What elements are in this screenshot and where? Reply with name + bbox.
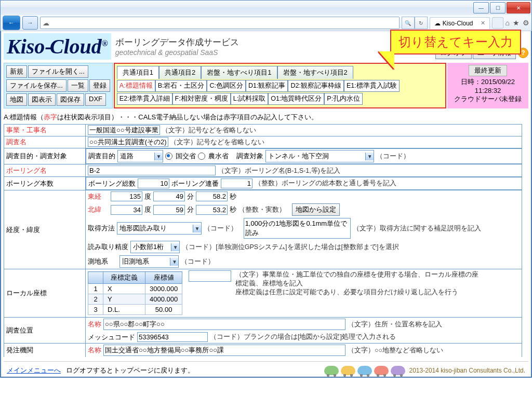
- cloud-register-status: クラウドサーバ未登録: [451, 94, 524, 104]
- register-button[interactable]: 登録: [89, 79, 110, 92]
- maximize-button[interactable]: ☐: [490, 2, 506, 13]
- service-tagline: ボーリングデータ作成サービス geotechnical & geospatial…: [115, 36, 239, 57]
- open-file-button[interactable]: ファイルを開く...: [28, 65, 88, 78]
- close-button[interactable]: ✕: [507, 2, 530, 13]
- subtab-o1[interactable]: O1:地質時代区分: [268, 93, 324, 105]
- tab-close-icon[interactable]: ✕: [481, 20, 485, 26]
- forward-button[interactable]: →: [22, 16, 38, 30]
- seq-label: ボーリング連番: [171, 179, 219, 188]
- favorites-icon[interactable]: ★: [513, 19, 520, 27]
- subtab-e1[interactable]: E1:標準貫入試験: [344, 80, 400, 92]
- address-bar[interactable]: ☁: [40, 17, 400, 29]
- input-east-deg[interactable]: 135: [111, 191, 142, 201]
- input-seq[interactable]: 1: [221, 179, 252, 188]
- top-tab-2[interactable]: 共通項目2: [159, 66, 201, 79]
- note-method: （文字）取得方法に関する補足説明を記入: [353, 224, 481, 233]
- footer-note: ログオフするとトップページに戻ります。: [66, 366, 194, 375]
- category-tab-panel: 共通項目1 共通項目2 岩盤・地すべり項目1 岩盤・地すべり項目2 A:標題情報…: [114, 63, 446, 108]
- back-button[interactable]: ←: [3, 16, 20, 30]
- note-local-coord: （文字）事業単位・施工単位での独自の座標を使用する場合、ローカル座標の座標定義、…: [235, 270, 480, 297]
- map-set-button[interactable]: 地図から設定: [292, 203, 340, 216]
- note-meshcode: （コード）ブランクの場合は[地図から設定]処理で入力される: [210, 333, 396, 341]
- input-north-min[interactable]: 59: [153, 205, 185, 215]
- browser-toolbar: ← → ☁ 🔍↻ ☁ Kiso-Cloud ✕ ⌂ ★ ⚙: [1, 15, 531, 31]
- radio-maff-label: 農水省: [208, 152, 229, 161]
- local-coord-table: 座標定義座標値 1X3000.000 2Y4000.000 3D.L.50.00: [88, 271, 182, 315]
- input-north-deg[interactable]: 34: [111, 205, 142, 215]
- input-total[interactable]: 10: [138, 179, 169, 188]
- window-titlebar: — ☐ ✕: [1, 1, 531, 15]
- top-tab-4[interactable]: 岩盤・地すべり項目2: [277, 66, 353, 79]
- input-boring-name[interactable]: B-2: [88, 166, 216, 175]
- unit-sec: 秒: [230, 192, 236, 201]
- view-button[interactable]: 図表示: [28, 93, 56, 106]
- local-coord-add[interactable]: [189, 270, 231, 282]
- update-status-panel: 最終更新 日時：2015/09/22 11:28:32 クラウドサーバ未登録: [447, 63, 528, 108]
- file-toolbar: 新規 ファイルを開く... ファイルを保存... 一覧 登録 地図 図表示 図保…: [4, 63, 113, 108]
- label-survey: 調査名: [4, 136, 86, 148]
- new-tab-button[interactable]: [492, 17, 503, 29]
- input-east-sec[interactable]: 58.2: [196, 191, 228, 201]
- browser-tab[interactable]: ☁ Kiso-Cloud ✕: [430, 17, 490, 29]
- unit-deg2: 度: [144, 205, 151, 214]
- select-precision[interactable]: 小数部1桁▼: [130, 241, 180, 253]
- unit-sec2: 秒: [230, 205, 236, 214]
- save-file-button[interactable]: ファイルを保存...: [6, 79, 66, 92]
- label-project: 事業・工事名: [4, 125, 86, 136]
- note-precision: （コード）[単独測位GPSシステム]を選択した場合は[整数部まで]を選択: [182, 243, 398, 252]
- input-project[interactable]: 一般国道○○号建設事業: [88, 125, 160, 135]
- note-boring-count: （整数）ボーリングの総本数と通し番号を記入: [255, 179, 396, 188]
- label-location: 調査位置: [4, 318, 86, 344]
- radio-mlit-label: 国交省: [176, 152, 196, 161]
- select-target[interactable]: トンネル・地下空洞▼: [265, 150, 374, 162]
- select-purpose[interactable]: 道路▼: [117, 150, 163, 162]
- new-button[interactable]: 新規: [6, 65, 27, 78]
- radio-mlit[interactable]: [165, 153, 172, 160]
- label-boring-name: ボーリング名: [4, 164, 86, 177]
- client-name-label: 名称: [88, 346, 101, 355]
- input-survey[interactable]: ○○共同溝土質調査(その2): [88, 137, 168, 147]
- subtab-d1[interactable]: D1:観察記事: [246, 80, 288, 92]
- save-view-button[interactable]: 図保存: [57, 93, 84, 106]
- code-note-2: （コード）: [204, 224, 237, 233]
- select-method[interactable]: 地形図読み取り▼: [117, 222, 202, 235]
- input-east-min[interactable]: 49: [153, 191, 185, 201]
- input-client[interactable]: 国土交通省○○地方整備局○○事務所○○課: [103, 345, 345, 356]
- list-button[interactable]: 一覧: [68, 79, 88, 92]
- search-refresh-group[interactable]: 🔍↻: [402, 17, 428, 29]
- last-update-label: 最終更新: [469, 65, 507, 76]
- subtab-d2[interactable]: D2:観察記事枠線: [288, 80, 343, 92]
- radio-maff[interactable]: [198, 153, 205, 160]
- subtab-c[interactable]: C:色調区分: [207, 80, 246, 92]
- main-menu-link[interactable]: メインメニューへ: [7, 366, 61, 375]
- code-note-3: （コード）: [181, 257, 215, 266]
- subtab-l[interactable]: L:試料採取: [231, 93, 268, 105]
- input-meshcode[interactable]: 53396543: [137, 332, 208, 342]
- label-client: 発注機関: [4, 344, 86, 358]
- note-survey: （文字）記号などを省略しない: [170, 139, 264, 146]
- label-latlon: 経度・緯度: [4, 190, 86, 269]
- subtab-f[interactable]: F:相対密度・稠度: [172, 93, 231, 105]
- minimize-button[interactable]: —: [473, 2, 489, 13]
- input-method-scale[interactable]: 1,000分の1地形図を0.1mm単位で読み: [244, 218, 351, 239]
- input-location-name[interactable]: ○○県○○郡○○町字○○: [103, 319, 345, 330]
- input-north-sec[interactable]: 53.2: [196, 205, 228, 215]
- target-sublabel: 調査対象: [236, 152, 263, 161]
- tools-icon[interactable]: ⚙: [523, 19, 529, 27]
- top-tab-3[interactable]: 岩盤・地すべり項目1: [201, 66, 277, 79]
- map-button[interactable]: 地図: [6, 93, 27, 106]
- east-lon-label: 東経: [88, 192, 109, 201]
- subtab-e2[interactable]: E2:標準貫入詳細: [117, 93, 172, 105]
- select-datum[interactable]: 旧測地系▼: [119, 255, 179, 268]
- home-icon[interactable]: ⌂: [506, 19, 510, 27]
- top-tab-1[interactable]: 共通項目1: [117, 66, 159, 79]
- subtab-a[interactable]: A:標題情報: [117, 80, 155, 92]
- label-local-coord: ローカル座標: [4, 269, 86, 318]
- total-label: ボーリング総数: [88, 179, 136, 188]
- dxf-button[interactable]: DXF: [85, 93, 106, 106]
- subtab-b[interactable]: B:岩石・土区分: [155, 80, 207, 92]
- section-title: A:標題情報（赤字は柱状図表示項目）・・・CALS電子納品しない場合は赤字項目の…: [4, 113, 528, 122]
- unit-deg: 度: [144, 192, 151, 201]
- note-client: （文字）○○地整など省略しない: [348, 346, 443, 355]
- subtab-p[interactable]: P:孔内水位: [324, 93, 363, 105]
